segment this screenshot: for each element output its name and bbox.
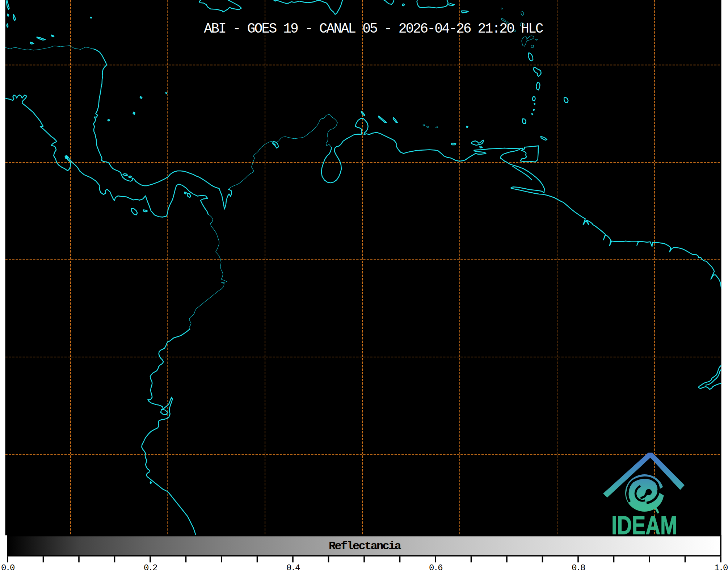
svg-text:Reflectancia: Reflectancia xyxy=(329,539,401,553)
svg-text:0.0: 0.0 xyxy=(1,563,14,571)
svg-text:0.2: 0.2 xyxy=(144,563,157,571)
svg-text:0.6: 0.6 xyxy=(429,563,442,571)
svg-text:0.4: 0.4 xyxy=(286,563,300,571)
svg-text:ABI - GOES 19 - CANAL 05 - 202: ABI - GOES 19 - CANAL 05 - 2026-04-26 21… xyxy=(204,21,543,37)
svg-text:1.0: 1.0 xyxy=(714,563,728,571)
svg-text:0.8: 0.8 xyxy=(572,563,585,571)
